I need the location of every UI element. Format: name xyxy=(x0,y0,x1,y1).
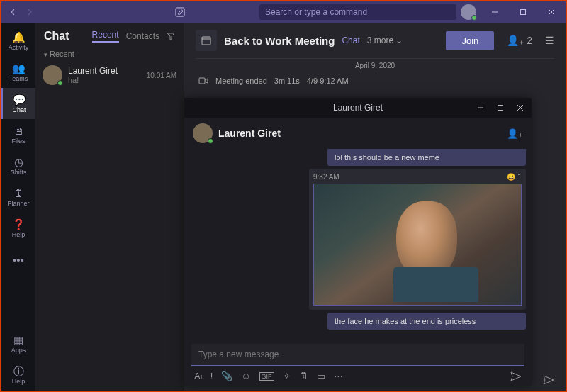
rail-files[interactable]: 🗎 Files xyxy=(1,119,35,150)
reaction-button[interactable]: 😀 1 xyxy=(507,173,522,181)
rail-apps[interactable]: ▦ Apps xyxy=(1,328,35,359)
search-input[interactable]: Search or type a command xyxy=(259,4,456,20)
more-icon: ••• xyxy=(13,254,24,265)
avatar xyxy=(43,65,62,85)
maximize-button[interactable] xyxy=(492,99,509,116)
teams-icon: 👥 xyxy=(12,63,26,74)
rail-label: Chat xyxy=(12,106,26,113)
minimize-button[interactable] xyxy=(472,99,489,116)
nav-buttons xyxy=(1,5,37,19)
profile-avatar[interactable] xyxy=(461,4,476,20)
rail-label: Activity xyxy=(9,44,29,51)
rail-help[interactable]: ⓘ Help xyxy=(1,359,35,391)
more-options-icon[interactable]: ☰ xyxy=(545,35,554,46)
stream-icon[interactable]: ▭ xyxy=(317,371,325,381)
minimize-button[interactable] xyxy=(481,1,509,23)
chat-name: Laurent Giret xyxy=(68,66,141,76)
attach-icon[interactable]: 📎 xyxy=(221,371,232,381)
system-time: 4/9 9:12 AM xyxy=(307,77,349,85)
rail-more[interactable]: ••• xyxy=(1,244,35,275)
system-text: Meeting ended xyxy=(215,77,267,85)
svg-rect-3 xyxy=(202,37,210,45)
forward-button[interactable] xyxy=(23,5,37,19)
popout-titlebar[interactable]: Laurent Giret xyxy=(184,98,532,118)
message-image-block[interactable]: 9:32 AM 😀 1 xyxy=(309,169,526,310)
rail-chat[interactable]: 💬 Chat xyxy=(1,88,35,119)
bell-icon: 🔔 xyxy=(12,32,26,43)
message-image[interactable] xyxy=(313,184,522,306)
format-icon[interactable]: Aᵢ xyxy=(194,371,202,381)
message-bubble-partial: lol this should be a new meme xyxy=(327,149,526,166)
schedule-icon[interactable]: 🗓 xyxy=(299,371,308,381)
sticker-icon[interactable]: ✧ xyxy=(283,371,291,381)
message-input[interactable]: Type a new message xyxy=(191,344,524,366)
rail-label: Planner xyxy=(7,200,29,207)
system-message: Meeting ended 3m 11s 4/9 9:12 AM xyxy=(184,72,566,89)
emoji-icon[interactable]: ☺ xyxy=(241,371,250,381)
chat-icon: 💬 xyxy=(13,94,26,105)
send-button[interactable] xyxy=(543,375,554,385)
rail-help-top[interactable]: ❓ Help xyxy=(1,213,35,244)
laugh-emoji-icon: 😀 xyxy=(507,173,515,181)
apps-icon: ▦ xyxy=(13,335,23,345)
panel-header: Chat Recent Contacts xyxy=(35,23,184,47)
calendar-icon xyxy=(196,30,217,51)
title-bar: Search or type a command xyxy=(1,1,566,23)
popout-header: Laurent Giret 👤₊ xyxy=(184,118,532,149)
app-body: 🔔 Activity 👥 Teams 💬 Chat 🗎 Files ◷ Shif… xyxy=(1,23,566,391)
rail-teams[interactable]: 👥 Teams xyxy=(1,57,35,88)
more-icon[interactable]: ⋯ xyxy=(334,371,343,381)
close-button[interactable] xyxy=(537,1,566,23)
rail-label: Teams xyxy=(9,75,28,82)
svg-rect-7 xyxy=(498,106,503,111)
popout-title: Laurent Giret xyxy=(333,103,383,113)
participants-indicator[interactable]: 👤₊ 2 xyxy=(507,35,532,46)
planner-icon: 🗓 xyxy=(13,188,24,198)
rail-shifts[interactable]: ◷ Shifts xyxy=(1,150,35,181)
help-icon: ❓ xyxy=(12,219,26,230)
system-duration: 3m 11s xyxy=(274,77,300,85)
rail-label: Help xyxy=(12,378,26,385)
svg-rect-2 xyxy=(521,10,526,15)
message-bubble: the face he makes at the end is priceles… xyxy=(327,313,526,330)
meeting-more-dropdown[interactable]: 3 more ⌄ xyxy=(367,35,403,45)
join-button[interactable]: Join xyxy=(446,31,494,50)
filter-icon[interactable] xyxy=(167,32,175,40)
main-content: Back to Work Meeting Chat 3 more ⌄ Join … xyxy=(184,23,566,391)
tab-contacts[interactable]: Contacts xyxy=(126,31,159,41)
svg-rect-5 xyxy=(199,78,205,84)
tab-recent[interactable]: Recent xyxy=(92,30,119,43)
rail-label: Help xyxy=(12,231,26,238)
presence-available-icon xyxy=(208,138,213,144)
back-button[interactable] xyxy=(6,5,20,19)
compose-area: Type a new message xyxy=(191,344,524,366)
send-button[interactable] xyxy=(510,371,522,381)
popout-messages[interactable]: lol this should be a new meme 9:32 AM 😀 … xyxy=(184,149,532,344)
chat-preview: ha! xyxy=(68,76,141,84)
rail-activity[interactable]: 🔔 Activity xyxy=(1,26,35,57)
meeting-header: Back to Work Meeting Chat 3 more ⌄ Join … xyxy=(184,23,566,58)
chevron-down-icon: ⌄ xyxy=(395,35,403,45)
presence-available-icon xyxy=(57,80,63,86)
close-button[interactable] xyxy=(512,99,529,116)
rail-planner[interactable]: 🗓 Planner xyxy=(1,181,35,213)
gif-icon[interactable]: GIF xyxy=(259,372,274,381)
priority-icon[interactable]: ! xyxy=(210,371,213,381)
maximize-button[interactable] xyxy=(509,1,537,23)
rail-label: Files xyxy=(11,138,25,145)
add-people-icon[interactable]: 👤₊ xyxy=(507,128,523,139)
section-recent[interactable]: ▾ Recent xyxy=(35,47,184,61)
popout-contact-name: Laurent Giret xyxy=(218,128,281,139)
new-chat-button[interactable] xyxy=(172,4,189,21)
avatar[interactable] xyxy=(193,123,213,143)
rail-label: Apps xyxy=(11,347,26,354)
svg-rect-0 xyxy=(175,7,184,16)
chat-list-item[interactable]: Laurent Giret ha! 10:01 AM xyxy=(35,61,184,89)
shifts-icon: ◷ xyxy=(14,157,23,167)
person-face-icon xyxy=(396,201,457,279)
message-time: 9:32 AM xyxy=(313,173,339,181)
reaction-count: 1 xyxy=(517,173,522,181)
chat-time: 10:01 AM xyxy=(147,72,176,79)
meeting-tab-chat[interactable]: Chat xyxy=(342,35,359,45)
help-icon: ⓘ xyxy=(13,366,24,376)
